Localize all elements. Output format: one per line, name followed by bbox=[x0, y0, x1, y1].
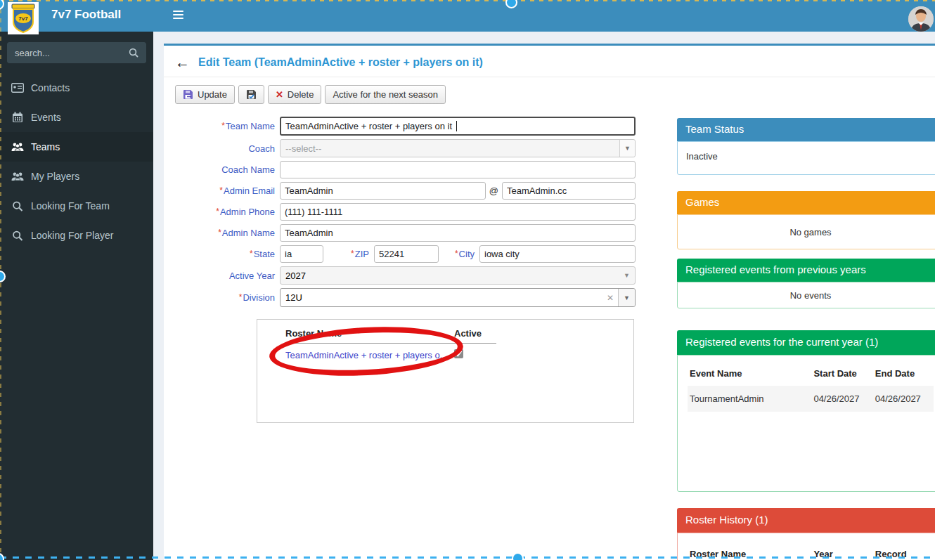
state-zip-city-row: *State *ZIP *City bbox=[169, 245, 636, 263]
admin-email-domain-input[interactable] bbox=[502, 182, 636, 200]
user-avatar[interactable] bbox=[908, 6, 934, 32]
sidebar-toggle-icon[interactable] bbox=[173, 11, 185, 20]
team-name-input[interactable] bbox=[280, 117, 636, 136]
admin-phone-row: *Admin Phone bbox=[169, 203, 636, 221]
team-status-panel-title: Team Status bbox=[677, 118, 935, 141]
update-button[interactable]: Update bbox=[175, 85, 235, 104]
save-icon bbox=[183, 89, 193, 100]
sidebar-item-teams[interactable]: Teams bbox=[0, 132, 153, 162]
delete-button[interactable]: ✕ Delete bbox=[268, 85, 321, 104]
zip-label: *ZIP bbox=[323, 249, 374, 259]
division-combobox[interactable]: 12U ✕ ▼ bbox=[280, 288, 636, 307]
team-status-value: Inactive bbox=[677, 141, 935, 175]
page-header: ← Edit Team (TeamAdminActive + roster + … bbox=[164, 46, 935, 77]
end-date-cell: 04/26/2027 bbox=[875, 393, 934, 404]
sidebar-item-label: Looking For Team bbox=[31, 200, 110, 211]
start-date-cell: 04/26/2027 bbox=[813, 393, 875, 404]
chevron-down-icon[interactable]: ▼ bbox=[618, 289, 635, 306]
start-date-column-header: Start Date bbox=[813, 368, 875, 379]
team-status-panel: Team Status Inactive bbox=[677, 118, 935, 175]
division-value: 12U bbox=[285, 292, 302, 303]
admin-phone-input[interactable] bbox=[280, 203, 636, 221]
team-name-label: *Team Name bbox=[169, 121, 280, 131]
city-input[interactable] bbox=[479, 245, 636, 263]
back-arrow-icon[interactable]: ← bbox=[175, 56, 190, 70]
chevron-down-icon[interactable]: ▼ bbox=[619, 140, 635, 157]
app-title: 7v7 Football bbox=[51, 8, 121, 22]
current-events-panel: Registered events for the current year (… bbox=[677, 330, 935, 492]
active-year-label: Active Year bbox=[169, 271, 280, 281]
annotation-handle-bottom-center[interactable] bbox=[512, 552, 524, 560]
coach-name-label: Coach Name bbox=[169, 164, 280, 175]
sidebar-item-contacts[interactable]: Contacts bbox=[0, 73, 153, 103]
admin-email-label: *Admin Email bbox=[169, 185, 280, 196]
coach-label: Coach bbox=[169, 143, 280, 154]
search-icon[interactable] bbox=[129, 48, 138, 58]
app-window: 7v7 7v7 Football search... bbox=[0, 0, 935, 560]
state-input[interactable] bbox=[280, 245, 323, 263]
delete-button-label: Delete bbox=[288, 89, 314, 100]
current-events-table: Event Name Start Date End Date Tournamen… bbox=[677, 355, 935, 492]
sidebar-item-looking-for-team[interactable]: Looking For Team bbox=[0, 191, 153, 221]
svg-text:7v7: 7v7 bbox=[18, 15, 28, 22]
delete-x-icon: ✕ bbox=[276, 89, 283, 100]
active-year-row: Active Year 2027 ▼ bbox=[169, 266, 636, 285]
active-next-season-button[interactable]: Active for the next season bbox=[325, 85, 446, 104]
previous-events-panel-title: Registered events from previous years bbox=[677, 259, 935, 282]
sidebar: search... Contacts Events bbox=[0, 32, 153, 560]
calendar-icon bbox=[11, 112, 24, 123]
team-logo[interactable]: 7v7 bbox=[8, 2, 39, 34]
users-icon bbox=[11, 142, 24, 152]
update-button-label: Update bbox=[198, 89, 227, 100]
annotation-border-top bbox=[0, 0, 935, 1]
search-icon bbox=[11, 201, 24, 211]
zip-input[interactable] bbox=[374, 245, 439, 263]
sidebar-item-label: Contacts bbox=[31, 82, 70, 93]
division-row: *Division 12U ✕ ▼ bbox=[169, 288, 636, 307]
text-caret bbox=[456, 121, 457, 131]
state-label: *State bbox=[169, 249, 280, 259]
annotation-border-bottom bbox=[0, 556, 935, 559]
roster-box: Roster Name Active TeamAdminActive + ros… bbox=[257, 319, 634, 423]
games-panel-title: Games bbox=[677, 191, 935, 214]
sidebar-item-events[interactable]: Events bbox=[0, 103, 153, 132]
active-next-season-label: Active for the next season bbox=[333, 89, 438, 100]
chevron-down-icon[interactable]: ▼ bbox=[624, 272, 630, 279]
save-close-button[interactable] bbox=[238, 85, 264, 104]
current-events-table-row[interactable]: TournamentAdmin 04/26/2027 04/26/2027 bbox=[688, 386, 934, 412]
coach-name-row: Coach Name bbox=[169, 161, 636, 178]
sidebar-item-label: Looking For Player bbox=[31, 230, 114, 241]
current-events-table-header: Event Name Start Date End Date bbox=[688, 364, 934, 386]
clear-icon[interactable]: ✕ bbox=[607, 293, 614, 303]
active-year-value: 2027 bbox=[285, 271, 306, 281]
coach-select[interactable]: --select-- ▼ bbox=[280, 139, 636, 157]
coach-select-value: --select-- bbox=[285, 143, 321, 154]
edit-team-form: *Team Name Coach --select-- ▼ Coach Name… bbox=[169, 117, 636, 311]
division-label: *Division bbox=[169, 292, 280, 303]
iowa-7v7-crest-icon: 7v7 bbox=[11, 4, 36, 33]
admin-email-user-input[interactable] bbox=[280, 182, 486, 200]
sidebar-item-my-players[interactable]: My Players bbox=[0, 162, 153, 191]
toolbar: Update ✕ Delete Active for the next seas… bbox=[175, 85, 935, 104]
roster-table-row: TeamAdminActive + roster + players o... bbox=[285, 344, 496, 361]
page-title: Edit Team (TeamAdminActive + roster + pl… bbox=[198, 56, 483, 69]
admin-name-label: *Admin Name bbox=[169, 228, 280, 238]
city-label: *City bbox=[439, 249, 479, 259]
sidebar-item-looking-for-player[interactable]: Looking For Player bbox=[0, 221, 153, 250]
coach-row: Coach --select-- ▼ bbox=[169, 139, 636, 157]
sidebar-item-label: Teams bbox=[31, 141, 60, 152]
right-panel-column: Team Status Inactive Games No games Regi… bbox=[677, 118, 935, 560]
active-year-select[interactable]: 2027 ▼ bbox=[280, 266, 636, 285]
coach-name-input[interactable] bbox=[280, 161, 636, 178]
roster-history-panel-title: Roster History (1) bbox=[677, 508, 935, 533]
sidebar-search[interactable]: search... bbox=[7, 42, 146, 63]
top-navbar bbox=[153, 0, 935, 32]
games-empty-text: No games bbox=[677, 214, 935, 249]
admin-email-row: *Admin Email @ bbox=[169, 182, 636, 200]
roster-history-panel: Roster History (1) Roster Name Year Reco… bbox=[677, 508, 935, 560]
roster-link[interactable]: TeamAdminActive + roster + players o... bbox=[285, 350, 447, 360]
roster-active-checkbox[interactable] bbox=[454, 349, 463, 358]
admin-name-input[interactable] bbox=[280, 224, 636, 242]
admin-phone-label: *Admin Phone bbox=[169, 207, 280, 217]
search-input[interactable]: search... bbox=[15, 48, 129, 58]
